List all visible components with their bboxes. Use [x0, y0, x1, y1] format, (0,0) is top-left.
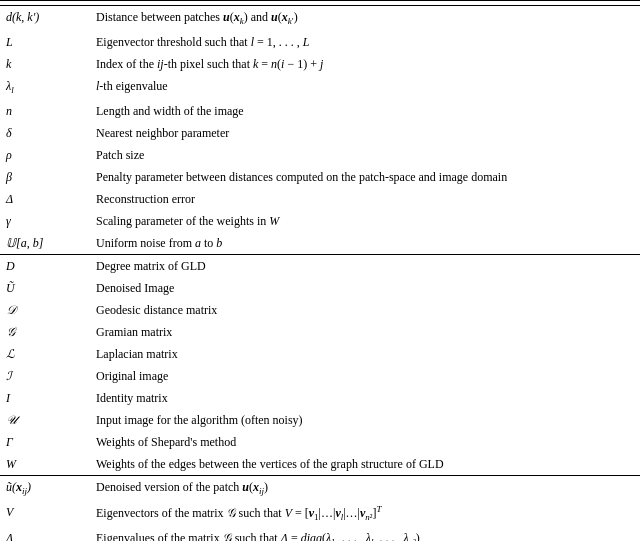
- table-row: ρPatch size: [0, 144, 640, 166]
- description-cell: Patch size: [90, 144, 640, 166]
- table-row: ũ(xij)Denoised version of the patch u(xi…: [0, 475, 640, 500]
- notation-cell: Ũ: [0, 277, 90, 299]
- table-row: λll-th eigenvalue: [0, 75, 640, 100]
- notation-cell: 𝕌[a, b]: [0, 232, 90, 255]
- notation-cell: k: [0, 53, 90, 75]
- notation-table: d(k, k′)Distance between patches u(xk) a…: [0, 0, 640, 541]
- description-cell: Eigenvalues of the matrix 𝒢 such that Λ …: [90, 527, 640, 541]
- table-row: ΔReconstruction error: [0, 188, 640, 210]
- description-cell: Eigenvectors of the matrix 𝒢 such that V…: [90, 501, 640, 527]
- table-row: ℐOriginal image: [0, 365, 640, 387]
- notation-cell: V: [0, 501, 90, 527]
- notation-cell: n: [0, 100, 90, 122]
- description-cell: Identity matrix: [90, 387, 640, 409]
- description-cell: Nearest neighbor parameter: [90, 122, 640, 144]
- description-cell: Degree matrix of GLD: [90, 254, 640, 277]
- table-row: IIdentity matrix: [0, 387, 640, 409]
- notation-cell: Δ: [0, 188, 90, 210]
- table-row: LEigenvector threshold such that l = 1, …: [0, 31, 640, 53]
- notation-cell: ℐ: [0, 365, 90, 387]
- table-row: δNearest neighbor parameter: [0, 122, 640, 144]
- notation-cell: 𝒰: [0, 409, 90, 431]
- notation-cell: L: [0, 31, 90, 53]
- notation-cell: D: [0, 254, 90, 277]
- notation-cell: W: [0, 453, 90, 476]
- table-row: d(k, k′)Distance between patches u(xk) a…: [0, 6, 640, 31]
- description-cell: Input image for the algorithm (often noi…: [90, 409, 640, 431]
- notation-cell: ũ(xij): [0, 475, 90, 500]
- table-row: WWeights of the edges between the vertic…: [0, 453, 640, 476]
- notation-cell: 𝒟: [0, 299, 90, 321]
- description-cell: Reconstruction error: [90, 188, 640, 210]
- notation-cell: ℒ: [0, 343, 90, 365]
- table-row: ΛEigenvalues of the matrix 𝒢 such that Λ…: [0, 527, 640, 541]
- table-row: ℒLaplacian matrix: [0, 343, 640, 365]
- description-cell: Gramian matrix: [90, 321, 640, 343]
- table-row: 𝒰Input image for the algorithm (often no…: [0, 409, 640, 431]
- description-cell: Weights of the edges between the vertice…: [90, 453, 640, 476]
- description-cell: Eigenvector threshold such that l = 1, .…: [90, 31, 640, 53]
- description-cell: Denoised version of the patch u(xij): [90, 475, 640, 500]
- table-row: ŨDenoised Image: [0, 277, 640, 299]
- notation-cell: λl: [0, 75, 90, 100]
- table-row: 𝒢Gramian matrix: [0, 321, 640, 343]
- description-cell: Original image: [90, 365, 640, 387]
- description-cell: Scaling parameter of the weights in W: [90, 210, 640, 232]
- table-row: 𝕌[a, b]Uniform noise from a to b: [0, 232, 640, 255]
- description-cell: Uniform noise from a to b: [90, 232, 640, 255]
- notation-cell: 𝒢: [0, 321, 90, 343]
- description-cell: Laplacian matrix: [90, 343, 640, 365]
- description-cell: l-th eigenvalue: [90, 75, 640, 100]
- notation-cell: β: [0, 166, 90, 188]
- notation-cell: I: [0, 387, 90, 409]
- notation-cell: ρ: [0, 144, 90, 166]
- table-row: DDegree matrix of GLD: [0, 254, 640, 277]
- description-cell: Denoised Image: [90, 277, 640, 299]
- table-row: γScaling parameter of the weights in W: [0, 210, 640, 232]
- table-row: ΓWeights of Shepard's method: [0, 431, 640, 453]
- description-cell: Distance between patches u(xk) and u(xk′…: [90, 6, 640, 31]
- description-cell: Length and width of the image: [90, 100, 640, 122]
- notation-cell: d(k, k′): [0, 6, 90, 31]
- description-cell: Geodesic distance matrix: [90, 299, 640, 321]
- description-cell: Penalty parameter between distances comp…: [90, 166, 640, 188]
- notation-cell: δ: [0, 122, 90, 144]
- table-row: 𝒟Geodesic distance matrix: [0, 299, 640, 321]
- notation-cell: Γ: [0, 431, 90, 453]
- table-row: kIndex of the ij-th pixel such that k = …: [0, 53, 640, 75]
- table-row: VEigenvectors of the matrix 𝒢 such that …: [0, 501, 640, 527]
- table-row: nLength and width of the image: [0, 100, 640, 122]
- notation-cell: Λ: [0, 527, 90, 541]
- notation-cell: γ: [0, 210, 90, 232]
- description-cell: Weights of Shepard's method: [90, 431, 640, 453]
- description-cell: Index of the ij-th pixel such that k = n…: [90, 53, 640, 75]
- table-row: βPenalty parameter between distances com…: [0, 166, 640, 188]
